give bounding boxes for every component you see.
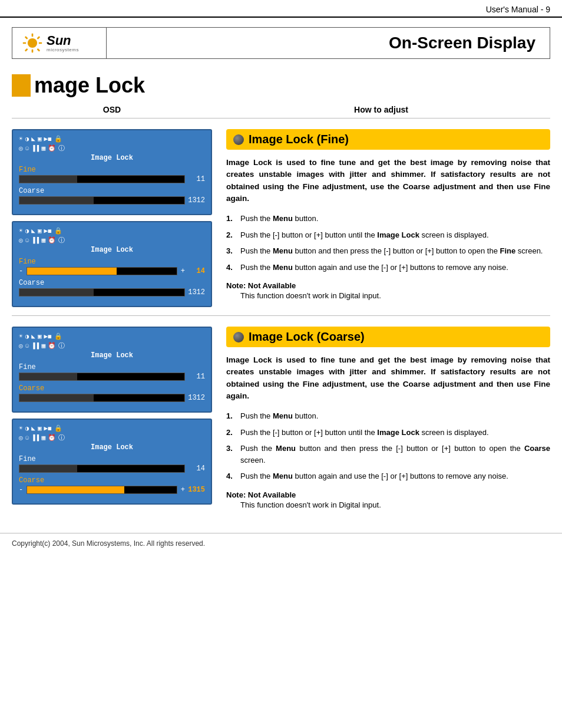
fine-step-4: 4. Push the Menu button again and use th… — [226, 262, 550, 274]
osd-coarse-field-2: Coarse 1312 — [19, 279, 205, 297]
osd-coarse-bar-4 — [27, 486, 177, 494]
svg-rect-3 — [23, 42, 26, 44]
osd-fine-field-3: Fine 11 — [19, 363, 205, 381]
osd-coarse-field-3: Coarse 1312 — [19, 384, 205, 402]
fine-adjust-column: Image Lock (Fine) Image Lock is used to … — [212, 129, 550, 309]
osd-icons-row-7: ☀ ◑ ◣ ▣ ▶◼ 🔒 — [19, 424, 205, 432]
coarse-step-text-3: Push the Menu button and then press the … — [240, 443, 550, 466]
osd-coarse-value-4: 1315 — [187, 486, 205, 494]
osd-coarse-bar-row-3: 1312 — [19, 394, 205, 402]
osd-fine-bar-fill-1 — [19, 176, 77, 183]
osd-fine-label-2: Fine — [19, 258, 205, 266]
osd-fine-value-3: 11 — [187, 373, 205, 381]
svg-rect-4 — [39, 42, 42, 44]
contrast3-icon: ◑ — [25, 332, 29, 340]
fine-step-text-3: Push the Menu button and then press the … — [240, 245, 543, 257]
palette-icon: ◎ — [19, 144, 23, 152]
osd-coarse-bar-row-2: 1312 — [19, 288, 205, 297]
osd-top-icons-4: ☀ ◑ ◣ ▣ ▶◼ 🔒 — [19, 424, 62, 432]
grid-icon: ▦ — [41, 144, 45, 152]
page-title-area: mage Lock — [12, 73, 550, 98]
grid4-icon: ▦ — [41, 434, 45, 442]
brightness4-icon: ☀ — [19, 424, 23, 432]
osd-fine-bar-2 — [27, 267, 177, 275]
page-footer: Copyright(c) 2004, Sun Microsystems, Inc… — [0, 533, 562, 554]
osd-column-fine: ☀ ◑ ◣ ▣ ▶◼ 🔒 ◎ ☺ ▐▐ ▦ ⏰ ⓘ Image Loc — [12, 129, 212, 309]
fine-step-1: 1. Push the Menu button. — [226, 213, 550, 225]
video3-icon: ▶◼ — [44, 332, 52, 340]
osd-fine-bar-row-1: 11 — [19, 175, 205, 183]
lock8-icon: 🔒 — [54, 424, 62, 432]
svg-rect-2 — [32, 50, 34, 52]
coarse-step-num-2: 2. — [226, 427, 237, 439]
osd-label-3: Image Lock — [19, 351, 205, 360]
svg-rect-7 — [25, 48, 28, 52]
sun-logo: Sun microsystems — [22, 32, 79, 54]
adjust4-icon: ☺ — [25, 434, 29, 442]
info2-icon: ⓘ — [58, 236, 65, 245]
section-title: On-Screen Display — [389, 34, 535, 52]
title-square-icon — [12, 74, 31, 97]
osd-top-icons-3: ☀ ◑ ◣ ▣ ▶◼ 🔒 — [19, 332, 62, 340]
osd-coarse-bar-fill-2 — [19, 289, 94, 296]
osd-fine-bar-row-3: 11 — [19, 373, 205, 381]
osd-fine-value-1: 11 — [187, 175, 205, 183]
osd-coarse-label-2: Coarse — [19, 279, 205, 287]
clock2-icon: ⏰ — [48, 236, 56, 244]
coarse-step-num-3: 3. — [226, 443, 237, 466]
osd-fine-value-4: 14 — [187, 465, 205, 473]
osd-fine-bar-fill-2 — [27, 268, 117, 275]
coarse-step-text-4: Push the Menu button again and use the [… — [240, 470, 508, 482]
fine-note-text: This function doesn't work in Digital in… — [226, 291, 550, 300]
lock2-icon: 🔒 — [54, 135, 62, 143]
osd-bottom-icons-4: ◎ ☺ ▐▐ ▦ ⏰ ⓘ — [19, 433, 65, 442]
osd-fine-bar-4 — [19, 465, 185, 473]
osd-label-2: Image Lock — [19, 246, 205, 254]
bars2-icon: ▐▐ — [31, 237, 39, 244]
osd-fine-label-4: Fine — [19, 455, 205, 463]
coarse-step-num-1: 1. — [226, 410, 237, 422]
grid2-icon: ▦ — [41, 236, 45, 244]
coarse-note-text: This function doesn't work in Digital in… — [226, 500, 550, 509]
fine-step-num-1: 1. — [226, 213, 237, 225]
osd-coarse-value-2: 1312 — [187, 288, 205, 297]
bars3-icon: ▐▐ — [31, 342, 39, 350]
lock7-icon: ◣ — [31, 424, 35, 432]
coarse-step-4: 4. Push the Menu button again and use th… — [226, 470, 550, 482]
fine-section-heading: Image Lock (Fine) — [226, 129, 550, 150]
sun-text: Sun microsystems — [47, 34, 79, 52]
fine-step-num-3: 3. — [226, 245, 237, 257]
section-title-box: On-Screen Display — [107, 28, 550, 58]
lock4-icon: 🔒 — [54, 227, 62, 235]
palette4-icon: ◎ — [19, 434, 23, 442]
page-title: mage Lock — [34, 73, 145, 98]
osd-fine-bar-3 — [19, 373, 185, 381]
osd-coarse-bar-row-1: 1312 — [19, 196, 205, 205]
palette3-icon: ◎ — [19, 342, 23, 350]
osd-icons-row-5: ☀ ◑ ◣ ▣ ▶◼ 🔒 — [19, 332, 205, 340]
video2-icon: ▶◼ — [44, 227, 52, 235]
fine-bullet-icon — [233, 134, 244, 145]
osd-coarse-bar-2 — [19, 288, 185, 297]
osd-fine-bar-1 — [19, 175, 185, 183]
coarse-step-text-1: Push the Menu button. — [240, 410, 318, 422]
adjust3-icon: ☺ — [25, 342, 29, 350]
osd-coarse-bar-3 — [19, 394, 185, 402]
svg-rect-6 — [37, 36, 40, 39]
page-number: User's Manual - 9 — [486, 5, 550, 14]
osd-icons-row-8: ◎ ☺ ▐▐ ▦ ⏰ ⓘ — [19, 433, 205, 442]
coarse-description: Image Lock is used to fine tune and get … — [226, 354, 550, 402]
coarse-heading-text: Image Lock (Coarse) — [249, 330, 365, 344]
osd-fine-value-2: 14 — [187, 267, 205, 275]
fine-step-2: 2. Push the [-] button or [+] button unt… — [226, 229, 550, 241]
osd-top-icons-2: ☀ ◑ ◣ ▣ ▶◼ 🔒 — [19, 227, 62, 235]
page-header: User's Manual - 9 — [0, 0, 562, 18]
logo-box: Sun microsystems — [12, 28, 107, 58]
osd-coarse-plus-icon: + — [181, 486, 185, 494]
coarse-note-label: Note: Not Available — [226, 490, 550, 499]
fine-heading-text: Image Lock (Fine) — [249, 133, 349, 146]
coarse-section-heading: Image Lock (Coarse) — [226, 327, 550, 347]
osd-coarse-field-4: Coarse - + 1315 — [19, 476, 205, 494]
info3-icon: ⓘ — [58, 341, 65, 350]
osd-fine-bar-row-2: - + 14 — [19, 267, 205, 275]
